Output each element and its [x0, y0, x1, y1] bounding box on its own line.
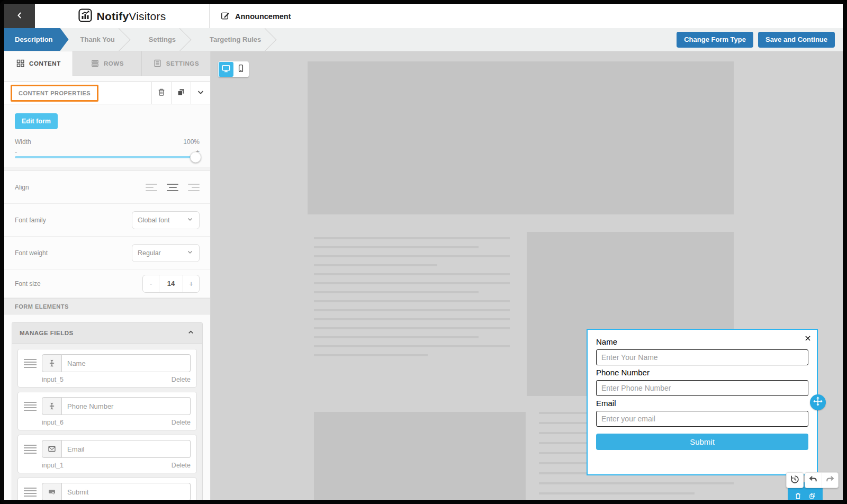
drag-handle-icon[interactable] [24, 359, 37, 368]
back-button[interactable] [4, 4, 35, 28]
header: NotifyVisitors Announcement [4, 4, 843, 28]
font-family-label: Font family [15, 217, 46, 224]
align-center-icon[interactable] [167, 184, 178, 191]
form-field-label: Name [596, 337, 808, 346]
tab-content[interactable]: CONTENT [4, 51, 73, 76]
grid-icon [16, 59, 25, 69]
form-phone-input[interactable] [596, 380, 808, 396]
sidebar-tabs: CONTENT ROWS SETTINGS [4, 51, 210, 76]
step-separator-icon [118, 28, 137, 51]
field-submit-input[interactable] [62, 483, 191, 500]
manage-fields-panel: MANAGE FIELDS [12, 322, 203, 500]
form-field-label: Phone Number [596, 368, 808, 377]
font-size-row: Font size - 14 + [4, 269, 210, 298]
delete-content-button[interactable] [151, 82, 171, 104]
edit-pencil-icon [220, 11, 230, 22]
width-control: Width 100% - + [4, 136, 210, 167]
tab-settings-label: SETTINGS [166, 60, 199, 67]
move-handle[interactable] [810, 394, 826, 410]
redo-icon [825, 474, 835, 486]
field-delete-link[interactable]: Delete [172, 462, 191, 469]
step-separator-icon [179, 28, 198, 51]
field-id: input_5 [42, 376, 64, 383]
field-email-input[interactable] [62, 440, 191, 458]
step-settings[interactable]: Settings [137, 28, 179, 51]
copy-icon [176, 87, 186, 99]
trash-icon [157, 87, 166, 99]
manage-fields-title: MANAGE FIELDS [20, 330, 74, 336]
font-size-decrease-button[interactable]: - [143, 275, 159, 292]
width-label: Width [15, 138, 31, 146]
tab-rows[interactable]: ROWS [73, 51, 141, 76]
form-widget[interactable]: Name Phone Number Email Submit [587, 329, 818, 475]
content-properties-title: CONTENT PROPERTIES [11, 85, 98, 102]
close-icon[interactable] [804, 335, 812, 342]
font-weight-select[interactable]: Regular [132, 244, 200, 262]
field-card-submit [17, 478, 197, 500]
form-name-input[interactable] [596, 349, 808, 365]
chevron-down-icon [186, 248, 194, 257]
mobile-toggle-button[interactable] [233, 62, 248, 77]
chevron-down-icon [196, 87, 205, 99]
move-arrows-icon [813, 396, 823, 409]
desktop-toggle-button[interactable] [219, 62, 233, 77]
undo-icon [808, 474, 818, 486]
mobile-icon [236, 64, 246, 75]
redo-button[interactable] [822, 473, 839, 488]
device-toggle [218, 61, 249, 77]
drag-handle-icon[interactable] [24, 445, 37, 454]
text-field-icon [42, 354, 62, 372]
field-card-email: input_1 Delete [17, 435, 197, 473]
font-weight-row: Font weight Regular [4, 237, 210, 269]
align-right-icon[interactable] [188, 184, 200, 191]
tab-content-label: CONTENT [29, 60, 61, 67]
settings-doc-icon [153, 59, 162, 69]
chevron-down-icon [186, 215, 194, 224]
field-phone-input[interactable] [62, 397, 191, 415]
brand-logo: NotifyVisitors [35, 4, 210, 28]
desktop-icon [221, 64, 231, 75]
width-minus[interactable]: - [15, 148, 17, 156]
copy-icon[interactable] [808, 492, 816, 500]
history-icon [790, 474, 800, 487]
field-card-name: input_5 Delete [17, 349, 197, 388]
form-email-input[interactable] [596, 411, 808, 427]
collapse-properties-button[interactable] [191, 82, 210, 104]
manage-fields-header[interactable]: MANAGE FIELDS [12, 322, 202, 344]
step-targeting-rules[interactable]: Targeting Rules [198, 28, 264, 51]
brand-chart-icon [78, 8, 92, 24]
form-elements-heading: FORM ELEMENTS [4, 298, 210, 314]
step-separator-icon [264, 28, 283, 51]
main-body: CONTENT ROWS SETTINGS [4, 51, 843, 500]
trash-icon[interactable] [794, 492, 802, 500]
font-size-value: 14 [159, 275, 183, 292]
edit-form-button[interactable]: Edit form [15, 113, 58, 129]
rows-icon [91, 59, 100, 69]
duplicate-content-button[interactable] [171, 82, 191, 104]
drag-handle-icon[interactable] [24, 488, 37, 497]
placeholder-image-block [314, 412, 526, 500]
field-name-input[interactable] [62, 354, 191, 372]
placeholder-hero-block [308, 61, 734, 214]
step-description[interactable]: Description [4, 28, 69, 51]
content-panel: CONTENT PROPERTIES [4, 76, 210, 500]
width-slider-thumb[interactable] [190, 152, 201, 163]
form-submit-button[interactable]: Submit [596, 434, 808, 450]
undo-button[interactable] [805, 473, 822, 488]
font-size-label: Font size [15, 280, 41, 287]
field-id: input_6 [42, 419, 64, 426]
change-form-type-button[interactable]: Change Form Type [677, 32, 753, 48]
width-slider[interactable] [15, 156, 200, 158]
font-family-select[interactable]: Global font [132, 211, 200, 229]
save-and-continue-button[interactable]: Save and Continue [758, 32, 835, 48]
tab-settings[interactable]: SETTINGS [141, 51, 210, 76]
chevron-up-icon [187, 328, 195, 337]
font-size-increase-button[interactable]: + [183, 275, 199, 292]
drag-handle-icon[interactable] [24, 402, 37, 411]
campaign-title: Announcement [210, 4, 302, 28]
field-delete-link[interactable]: Delete [172, 419, 191, 426]
align-left-icon[interactable] [146, 184, 157, 191]
step-thank-you[interactable]: Thank You [69, 28, 118, 51]
history-button[interactable] [786, 472, 804, 488]
field-delete-link[interactable]: Delete [172, 376, 191, 383]
